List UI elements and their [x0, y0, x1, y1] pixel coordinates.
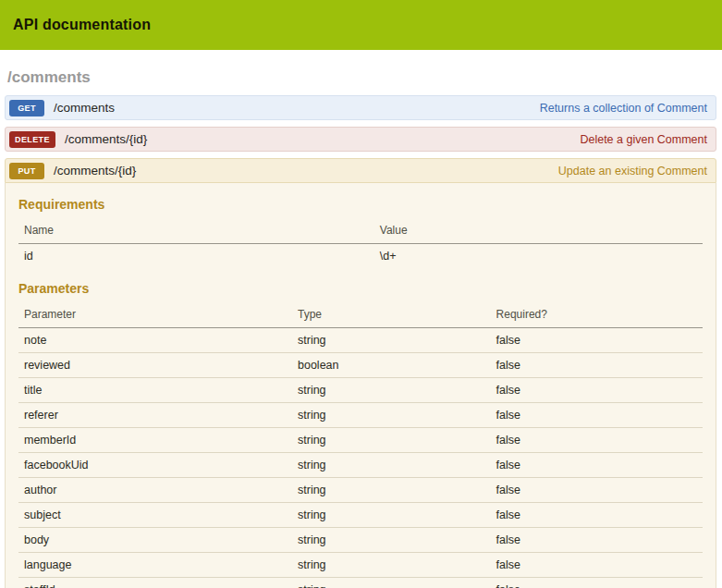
table-cell: string — [292, 503, 491, 528]
column-header: Name — [18, 219, 374, 244]
table-row: facebookUidstringfalse — [18, 453, 703, 478]
table-row: id\d+ — [18, 244, 703, 269]
table-cell: string — [292, 553, 491, 578]
operation-row-get[interactable]: GET /comments Returns a collection of Co… — [5, 95, 716, 120]
table-row: languagestringfalse — [18, 553, 703, 578]
operation-path: /comments/{id} — [54, 164, 558, 178]
table-cell: false — [491, 453, 703, 478]
table-cell: string — [292, 578, 491, 588]
table-cell: boolean — [292, 353, 491, 378]
column-header: Value — [374, 219, 703, 244]
table-row: notestringfalse — [18, 328, 703, 353]
table-cell: memberId — [18, 428, 292, 453]
requirements-heading: Requirements — [18, 197, 703, 212]
table-cell: staffId — [18, 578, 292, 588]
parameters-table: Parameter Type Required? notestringfalse… — [18, 303, 703, 588]
table-row: subjectstringfalse — [18, 503, 703, 528]
table-header-row: Parameter Type Required? — [18, 303, 703, 328]
table-cell: facebookUid — [18, 453, 292, 478]
column-header: Parameter — [18, 303, 292, 328]
table-cell: false — [491, 553, 703, 578]
table-cell: false — [491, 478, 703, 503]
parameters-heading: Parameters — [18, 281, 703, 296]
operation-row-delete[interactable]: DELETE /comments/{id} Delete a given Com… — [5, 127, 716, 152]
operation-path: /comments/{id} — [65, 132, 581, 146]
table-cell: string — [292, 428, 491, 453]
page-title: API documentation — [13, 17, 151, 33]
table-row: reviewedbooleanfalse — [18, 353, 703, 378]
table-cell: string — [292, 378, 491, 403]
table-cell: body — [18, 528, 292, 553]
table-cell: string — [292, 528, 491, 553]
resource-title: /comments — [7, 68, 716, 87]
operation-description-link[interactable]: Delete a given Comment — [580, 133, 707, 146]
table-cell: false — [491, 378, 703, 403]
table-cell: false — [491, 403, 703, 428]
table-header-row: Name Value — [18, 219, 703, 244]
table-cell: author — [18, 478, 292, 503]
table-cell: string — [292, 328, 491, 353]
table-cell: reviewed — [18, 353, 292, 378]
table-cell: false — [491, 353, 703, 378]
method-badge-get: GET — [9, 100, 44, 116]
operation-detail-panel: Requirements Name Value id\d+ Parameters… — [5, 183, 716, 588]
table-cell: string — [292, 403, 491, 428]
column-header: Type — [292, 303, 491, 328]
table-cell: false — [491, 328, 703, 353]
method-badge-delete: DELETE — [9, 131, 55, 148]
table-row: memberIdstringfalse — [18, 428, 703, 453]
table-cell: false — [491, 528, 703, 553]
app-header: API documentation — [0, 0, 722, 50]
column-header: Required? — [491, 303, 703, 328]
table-row: titlestringfalse — [18, 378, 703, 403]
table-cell: note — [18, 328, 292, 353]
table-cell: false — [491, 503, 703, 528]
table-cell: \d+ — [374, 244, 703, 269]
table-cell: title — [18, 378, 292, 403]
operation-description-link[interactable]: Returns a collection of Comment — [540, 102, 707, 115]
operation-path: /comments — [54, 101, 540, 115]
table-row: refererstringfalse — [18, 403, 703, 428]
method-badge-put: PUT — [9, 163, 44, 179]
table-cell: subject — [18, 503, 292, 528]
operation-row-put[interactable]: PUT /comments/{id} Update an existing Co… — [5, 158, 716, 183]
resource-section: /comments GET /comments Returns a collec… — [0, 68, 722, 588]
table-cell: false — [491, 428, 703, 453]
table-row: authorstringfalse — [18, 478, 703, 503]
table-cell: language — [18, 553, 292, 578]
operation-description-link[interactable]: Update an existing Comment — [558, 165, 707, 178]
table-cell: false — [491, 578, 703, 588]
requirements-table: Name Value id\d+ — [18, 219, 703, 268]
table-cell: referer — [18, 403, 292, 428]
table-cell: string — [292, 478, 491, 503]
table-cell: id — [18, 244, 374, 269]
table-cell: string — [292, 453, 491, 478]
table-row: bodystringfalse — [18, 528, 703, 553]
table-row: staffIdstringfalse — [18, 578, 703, 588]
